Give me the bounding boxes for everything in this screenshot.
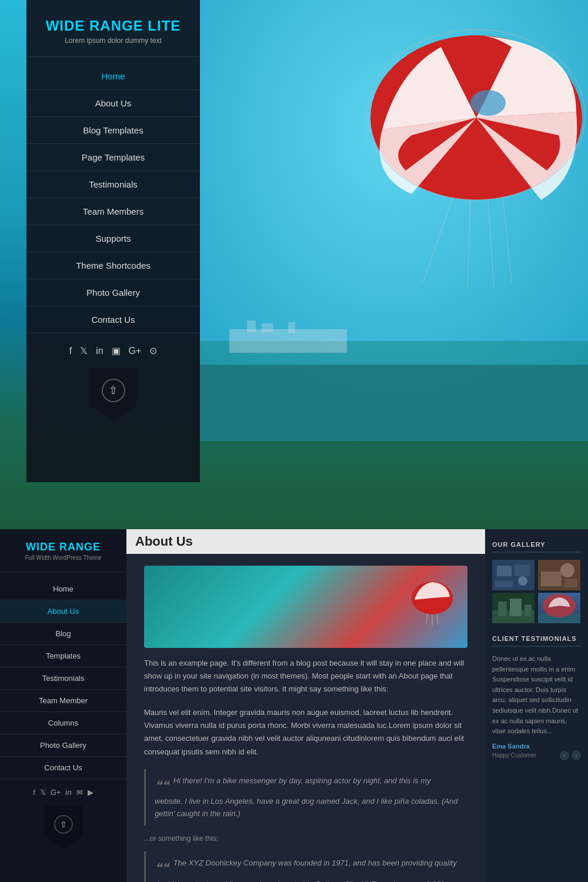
svg-point-7 — [470, 90, 506, 116]
next-testimonial-arrow[interactable]: › — [572, 751, 581, 760]
parachute-image — [200, 0, 588, 441]
facebook-icon[interactable]: f — [69, 346, 72, 356]
content-social-links: f 𝕏 G+ in ✉ ▶ — [27, 788, 99, 797]
svg-rect-13 — [288, 322, 295, 333]
content-scroll-badge[interactable]: ⇧ — [44, 806, 82, 850]
content-nav-about[interactable]: About Us — [0, 600, 126, 623]
content-googleplus-icon[interactable]: G+ — [51, 788, 61, 797]
svg-line-15 — [426, 614, 427, 624]
content-nav-home[interactable]: Home — [0, 578, 126, 600]
nav-item-testimonials[interactable]: Testimonials — [26, 171, 200, 198]
scroll-to-top-badge[interactable]: ⇧ — [90, 368, 137, 421]
nav-item-contact[interactable]: Contact Us — [26, 306, 200, 333]
logo-title: WIDE RANGE LITE — [46, 18, 181, 34]
nav-item-shortcodes[interactable]: Theme Shortcodes — [26, 252, 200, 279]
logo-block: WIDE RANGE LITE Lorem ipsum dolor dummy … — [34, 0, 193, 51]
svg-rect-12 — [262, 323, 273, 332]
svg-rect-25 — [541, 572, 562, 586]
instagram-icon[interactable]: ⊙ — [149, 345, 157, 356]
quote-mark-2: ❝❝ — [155, 860, 169, 875]
hero-section: WIDE RANGE LITE Lorem ipsum dolor dummy … — [0, 0, 588, 529]
nav-item-page-templates[interactable]: Page Templates — [26, 144, 200, 171]
gallery-thumb-3[interactable] — [492, 593, 534, 623]
gallery-title: OUR GALLERY — [492, 541, 581, 553]
main-content: About Us This is an example page. It's d… — [126, 529, 485, 882]
quote-text-2: The XYZ Doohickey Company was founded in… — [155, 858, 457, 882]
gallery-thumb-2[interactable] — [538, 560, 580, 590]
svg-rect-22 — [495, 580, 513, 587]
svg-point-24 — [560, 563, 574, 577]
logo-subtitle: Lorem ipsum dolor dummy text — [46, 36, 181, 45]
quote-mark-1: ❝❝ — [155, 778, 169, 793]
content-nav-templates[interactable]: Templates — [0, 645, 126, 667]
content-linkedin-icon[interactable]: in — [66, 788, 72, 797]
gallery-grid — [492, 560, 581, 623]
gallery-thumb-4[interactable] — [538, 593, 580, 623]
sidebar-divider — [26, 56, 200, 57]
content-nav-columns[interactable]: Columns — [0, 712, 126, 734]
prev-testimonial-arrow[interactable]: ‹ — [560, 751, 569, 760]
svg-rect-31 — [524, 604, 532, 616]
nav-item-team[interactable]: Team Members — [26, 198, 200, 225]
linkedin-icon[interactable]: in — [96, 346, 103, 356]
gallery-thumb-1[interactable] — [492, 560, 534, 590]
googleplus-icon[interactable]: G+ — [129, 346, 142, 356]
content-facebook-icon[interactable]: f — [33, 788, 35, 797]
testimonial-role: Happy Customer ‹ › — [492, 751, 581, 760]
svg-rect-19 — [497, 566, 512, 576]
quote-block-2: ❝❝ The XYZ Doohickey Company was founded… — [144, 851, 467, 882]
content-section: WIDE RANGE Full Width WordPress Theme Ho… — [0, 529, 588, 882]
content-rss-icon[interactable]: ✉ — [76, 788, 83, 797]
hero-sidebar: WIDE RANGE LITE Lorem ipsum dolor dummy … — [26, 0, 200, 482]
content-logo-block: WIDE RANGE Full Width WordPress Theme — [16, 529, 110, 566]
quote-text-1: Hi there! I'm a bike messenger by day, a… — [155, 776, 458, 818]
svg-point-21 — [518, 576, 527, 586]
testimonial-role-text: Happy Customer — [492, 752, 536, 759]
testimonials-section: CLIENT TESTIMONIALS Donec ut ex ac nulla… — [492, 635, 581, 760]
content-logo-subtitle: Full Width WordPress Theme — [25, 554, 101, 561]
svg-line-17 — [437, 614, 438, 624]
nav-item-gallery[interactable]: Photo Gallery — [26, 279, 200, 306]
twitter-icon[interactable]: 𝕏 — [80, 345, 88, 356]
svg-rect-20 — [514, 564, 530, 576]
quote-block-1: ❝❝ Hi there! I'm a bike messenger by day… — [144, 769, 467, 826]
testimonial-author: Ema Sandra — [492, 743, 581, 750]
nav-item-supports[interactable]: Supports — [26, 225, 200, 252]
content-nav-contact[interactable]: Contact Us — [0, 757, 126, 779]
about-image — [144, 566, 467, 648]
nav-item-about[interactable]: About Us — [26, 90, 200, 117]
svg-rect-30 — [510, 599, 522, 616]
about-para-1: This is an example page. It's different … — [144, 657, 467, 696]
content-nav-blog[interactable]: Blog — [0, 623, 126, 645]
content-logo-title: WIDE RANGE — [25, 541, 101, 553]
about-us-title: About Us — [126, 529, 485, 554]
right-sidebar: OUR GALLERY — [485, 529, 588, 882]
svg-rect-26 — [564, 579, 577, 587]
content-nav-gallery[interactable]: Photo Gallery — [0, 734, 126, 757]
content-nav-team[interactable]: Team Member — [0, 690, 126, 712]
nav-item-home[interactable]: Home — [26, 63, 200, 90]
testimonial-nav-arrows: ‹ › — [560, 751, 581, 760]
scroll-to-top-icon[interactable]: ⇧ — [102, 379, 125, 402]
testimonial-text: Donec ut ex ac nulla pellentesque mollis… — [492, 654, 581, 737]
content-scroll-icon[interactable]: ⇧ — [54, 815, 73, 834]
youtube-icon[interactable]: ▣ — [112, 345, 121, 356]
svg-rect-11 — [247, 320, 256, 332]
svg-rect-9 — [200, 365, 588, 441]
content-nav-testimonials[interactable]: Testimonials — [0, 667, 126, 690]
content-sidebar-divider — [0, 572, 126, 572]
content-sidebar: WIDE RANGE Full Width WordPress Theme Ho… — [0, 529, 126, 882]
content-twitter-icon[interactable]: 𝕏 — [40, 788, 46, 797]
nav-item-blog[interactable]: Blog Templates — [26, 117, 200, 144]
svg-rect-29 — [498, 602, 507, 616]
social-links: f 𝕏 in ▣ G+ ⊙ — [69, 345, 158, 356]
testimonials-title: CLIENT TESTIMONIALS — [492, 635, 581, 647]
about-para-2: Mauris vel elit enim. Integer gravida ma… — [144, 706, 467, 758]
content-youtube-icon[interactable]: ▶ — [88, 788, 93, 797]
or-separator: ...or something like this: — [144, 834, 467, 843]
